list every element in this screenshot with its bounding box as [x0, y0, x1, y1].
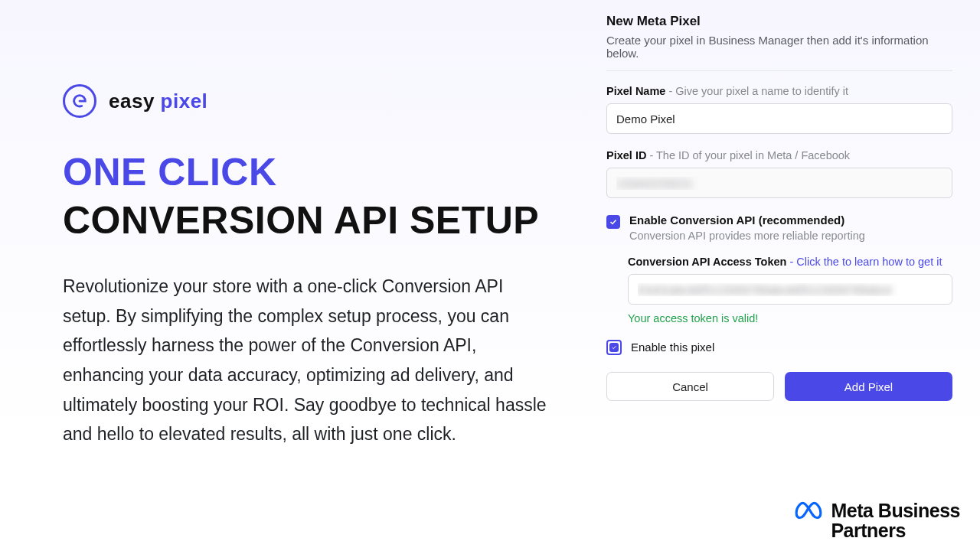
enable-capi-label: Enable Conversion API (recommended) [629, 214, 865, 227]
brand-name: easy pixel [109, 90, 207, 113]
meta-icon [794, 500, 823, 520]
new-pixel-form: New Meta Pixel Create your pixel in Busi… [588, 0, 971, 551]
token-valid-message: Your access token is valid! [628, 312, 952, 324]
enable-capi-sub: Conversion API provides more reliable re… [629, 230, 865, 242]
pixel-id-input[interactable] [606, 168, 952, 198]
enable-capi-checkbox[interactable] [606, 215, 620, 229]
add-pixel-button[interactable]: Add Pixel [785, 372, 952, 401]
headline-rest: CONVERSION API SETUP [63, 199, 539, 242]
pixel-name-hint: - Give your pixel a name to identify it [665, 85, 848, 97]
headline-accent: ONE CLICK [63, 151, 277, 194]
page-headline: ONE CLICK CONVERSION API SETUP [63, 148, 557, 244]
brand-logo: easy pixel [63, 84, 207, 118]
token-label: Conversion API Access Token - Click the … [628, 256, 952, 268]
enable-pixel-checkbox[interactable] [606, 340, 622, 355]
enable-pixel-row: Enable this pixel [606, 338, 952, 355]
meta-line2: Partners [831, 520, 960, 540]
brand-name-part1: easy [109, 90, 155, 112]
token-input[interactable] [628, 274, 952, 305]
brand-logo-icon [63, 84, 96, 118]
pixel-name-input[interactable] [606, 103, 952, 134]
pixel-id-hint: - The ID of your pixel in Meta / Faceboo… [646, 149, 850, 161]
meta-line1: Meta Business [831, 500, 960, 520]
form-subtitle: Create your pixel in Business Manager th… [606, 34, 952, 60]
pixel-name-label: Pixel Name - Give your pixel a name to i… [606, 85, 952, 97]
pixel-id-label: Pixel ID - The ID of your pixel in Meta … [606, 149, 952, 161]
pixel-name-label-text: Pixel Name [606, 85, 665, 97]
enable-capi-row: Enable Conversion API (recommended) Conv… [606, 214, 952, 242]
meta-business-partners-badge: Meta Business Partners [794, 500, 960, 541]
token-label-text: Conversion API Access Token [628, 256, 786, 268]
enable-pixel-label: Enable this pixel [631, 341, 714, 354]
brand-name-part2: pixel [161, 90, 208, 112]
divider [606, 70, 952, 71]
body-copy: Revolutionize your store with a one-clic… [63, 272, 553, 449]
token-hint-link[interactable]: - Click the to learn how to get it [786, 256, 942, 268]
pixel-id-label-text: Pixel ID [606, 149, 646, 161]
form-actions: Cancel Add Pixel [606, 372, 952, 401]
cancel-button[interactable]: Cancel [606, 372, 774, 401]
form-title: New Meta Pixel [606, 14, 952, 29]
